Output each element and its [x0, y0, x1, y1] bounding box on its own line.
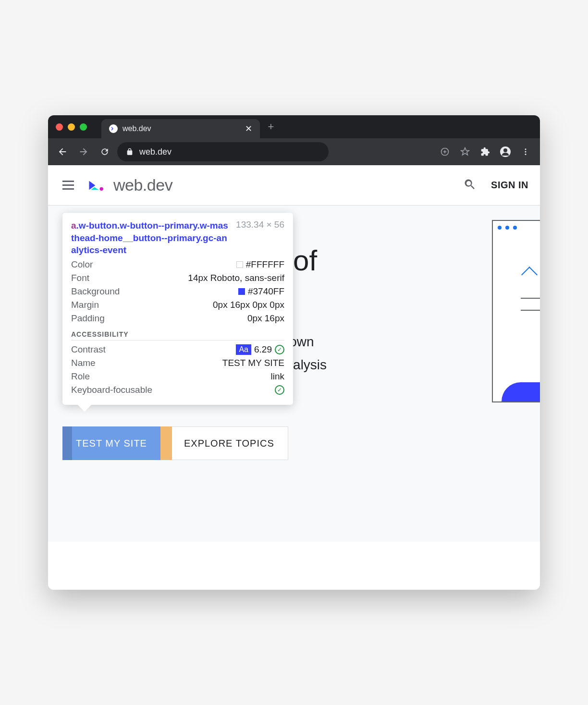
keyboard-pass-icon: [275, 385, 284, 395]
lock-icon: [126, 148, 134, 156]
favicon-icon: [109, 124, 118, 133]
font-label: Font: [71, 273, 89, 283]
a11y-name-value: TEST MY SITE: [222, 358, 284, 368]
background-value: #3740FF: [238, 286, 284, 297]
test-my-site-button[interactable]: TEST MY SITE: [62, 426, 160, 460]
browser-tab[interactable]: web.dev ✕: [101, 119, 260, 138]
minimize-window-button[interactable]: [68, 123, 75, 131]
element-selector: a.w-button.w-button--primary.w-masthead-…: [71, 219, 230, 256]
browser-window: web.dev ✕ + web.dev: [48, 115, 540, 590]
search-button[interactable]: [463, 178, 477, 193]
margin-value: 0px 16px 0px 0px: [213, 300, 284, 310]
padding-label: Padding: [71, 313, 105, 324]
element-dimensions: 133.34 × 56: [236, 219, 284, 256]
browser-toolbar: web.dev: [48, 138, 540, 165]
back-button[interactable]: [54, 143, 71, 160]
tab-title: web.dev: [122, 124, 151, 133]
forward-button[interactable]: [75, 143, 92, 160]
logo-text: web.dev: [113, 176, 172, 194]
margin-label: Margin: [71, 300, 99, 310]
color-value: #FFFFFF: [236, 259, 284, 270]
close-window-button[interactable]: [56, 123, 63, 131]
star-icon[interactable]: [456, 143, 474, 160]
contrast-badge: Aa: [236, 344, 251, 355]
svg-point-4: [525, 151, 527, 153]
contrast-pass-icon: [275, 345, 284, 354]
webdev-logo-icon: [86, 175, 108, 196]
svg-point-6: [100, 187, 103, 190]
titlebar: web.dev ✕ +: [48, 115, 540, 138]
new-tab-button[interactable]: +: [264, 120, 278, 134]
add-bookmark-icon[interactable]: [436, 143, 453, 160]
role-label: Role: [71, 371, 90, 382]
svg-point-2: [503, 148, 507, 152]
close-tab-icon[interactable]: ✕: [245, 123, 252, 134]
search-icon: [463, 178, 477, 191]
svg-point-5: [525, 154, 527, 155]
profile-icon[interactable]: [497, 143, 514, 160]
contrast-value: Aa 6.29: [236, 344, 284, 355]
a11y-name-label: Name: [71, 358, 96, 368]
keyboard-focusable-value: [275, 385, 284, 395]
contrast-label: Contrast: [71, 344, 106, 355]
keyboard-focusable-label: Keyboard-focusable: [71, 385, 152, 395]
color-label: Color: [71, 259, 93, 270]
reload-button[interactable]: [96, 143, 113, 160]
site-header: web.dev SIGN IN: [48, 165, 540, 206]
hero-buttons: TEST MY SITE EXPLORE TOPICS: [62, 426, 288, 460]
role-value: link: [270, 371, 284, 382]
maximize-window-button[interactable]: [80, 123, 87, 131]
padding-value: 0px 16px: [247, 313, 284, 324]
extensions-icon[interactable]: [477, 143, 494, 160]
address-bar[interactable]: web.dev: [117, 142, 329, 161]
page-footer: [48, 542, 540, 590]
menu-icon[interactable]: [517, 143, 534, 160]
hero-illustration: [492, 220, 540, 402]
window-controls: [56, 123, 87, 131]
accessibility-heading: ACCESSIBILITY: [71, 330, 284, 340]
font-value: 14px Roboto, sans-serif: [188, 273, 284, 283]
devtools-inspect-tooltip: a.w-button.w-button--primary.w-masthead-…: [62, 213, 293, 405]
svg-point-3: [525, 148, 527, 150]
hamburger-menu-button[interactable]: [60, 177, 77, 194]
url-text: web.dev: [139, 147, 172, 157]
site-logo[interactable]: web.dev: [86, 175, 172, 196]
page-content: re of your own nd analysis TEST MY SITE …: [48, 206, 540, 542]
background-label: Background: [71, 286, 120, 297]
signin-link[interactable]: SIGN IN: [491, 180, 528, 191]
explore-topics-button[interactable]: EXPLORE TOPICS: [170, 426, 288, 460]
